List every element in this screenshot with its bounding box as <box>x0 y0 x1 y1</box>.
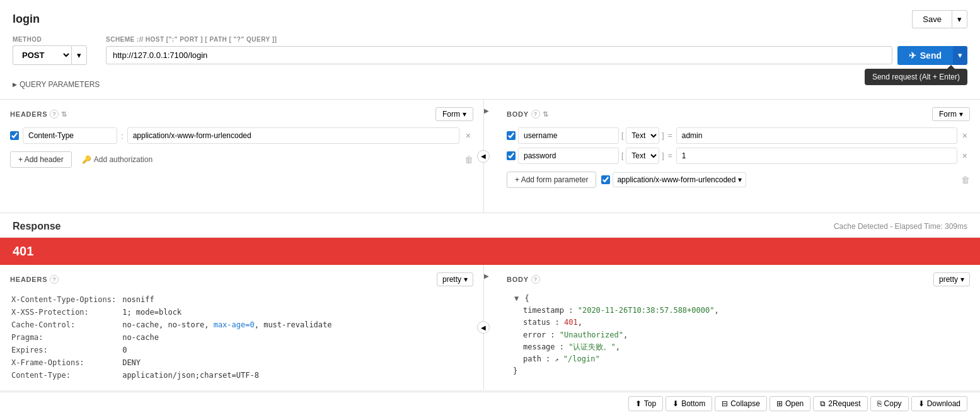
content-type-selector: application/x-www-form-urlencoded ▾ <box>601 172 746 187</box>
length-info: length: 27 byte(s) <box>13 70 967 78</box>
title-row: login Save ▾ <box>13 10 967 28</box>
response-header-row-1: X-XSS-Protection: 1; mode=block <box>11 307 337 318</box>
response-header-value-0: nosniff <box>122 294 337 305</box>
body-form-button[interactable]: Form ▾ <box>932 107 970 121</box>
response-expand-right-button[interactable]: ▶ <box>484 272 489 279</box>
save-group: Save ▾ <box>912 10 967 28</box>
response-header-name-3: Pragma: <box>11 332 121 343</box>
body-field-1-name[interactable] <box>518 148 619 164</box>
response-header-row-6: Content-Type: application/json;charset=U… <box>11 370 337 381</box>
url-labels-row: METHOD SCHEME :// HOST [":" PORT ] [ PAT… <box>13 36 967 44</box>
body-field-0-name[interactable] <box>518 127 619 144</box>
bracket-open-1: [ <box>621 151 623 160</box>
app-container: login Save ▾ METHOD SCHEME :// HOST [":"… <box>0 0 980 390</box>
body-field-0-value[interactable] <box>676 127 957 144</box>
response-body-content: ▼ { timestamp : "2020-11-26T10:38:57.588… <box>507 293 970 377</box>
content-type-checkbox[interactable] <box>601 175 610 184</box>
body-panel-header: BODY ? ⇅ Form ▾ <box>507 107 970 121</box>
response-headers-panel-header: HEADERS ? pretty ▾ <box>10 272 473 286</box>
panels-row: HEADERS ? ⇅ Form ▾ : × + Add header <box>0 100 980 213</box>
response-panel-divider: ◀ <box>483 265 484 390</box>
response-collapse-left-button[interactable]: ◀ <box>477 321 490 334</box>
header-close-button[interactable]: × <box>463 131 473 141</box>
body-bottom-actions: + Add form parameter application/x-www-f… <box>507 169 970 190</box>
method-select[interactable]: POST GET PUT DELETE <box>13 45 71 65</box>
add-form-param-button[interactable]: + Add form parameter <box>507 172 596 188</box>
response-header-row-0: X-Content-Type-Options: nosniff <box>11 294 337 305</box>
method-dropdown-button[interactable]: ▾ <box>71 45 87 65</box>
headers-title-text: HEADERS <box>10 110 47 118</box>
add-header-button[interactable]: + Add header <box>10 151 72 168</box>
response-header-value-5: DENY <box>122 357 337 368</box>
headers-sort-icon[interactable]: ⇅ <box>61 110 67 119</box>
query-params-toggle[interactable]: QUERY PARAMETERS <box>13 78 967 91</box>
url-input[interactable] <box>106 46 892 64</box>
body-trash-button[interactable]: 🗑 <box>961 175 970 185</box>
response-headers-table: X-Content-Type-Options: nosniff X-XSS-Pr… <box>10 293 338 382</box>
save-button[interactable]: Save <box>912 10 952 28</box>
response-headers-help-icon[interactable]: ? <box>50 275 59 284</box>
send-wrapper: ✈ Send ▾ Send request (Alt + Enter) <box>897 46 967 65</box>
status-bar: 401 <box>0 238 980 265</box>
header-checkbox[interactable] <box>10 131 19 140</box>
body-field-0-checkbox[interactable] <box>507 131 516 140</box>
body-title-text: BODY <box>507 110 529 118</box>
page-title: login <box>13 13 40 26</box>
headers-form-button[interactable]: Form ▾ <box>435 107 473 121</box>
send-icon: ✈ <box>909 50 916 61</box>
header-name-input[interactable] <box>23 127 117 144</box>
body-field-0-close[interactable]: × <box>960 131 970 141</box>
headers-panel-title: HEADERS ? ⇅ <box>10 110 67 119</box>
expand-body-button[interactable]: ▶ <box>484 107 489 114</box>
response-header-value-6: application/json;charset=UTF-8 <box>122 370 337 381</box>
tooltip-arrow <box>947 65 955 69</box>
body-field-row-0: [ Text File ] = × <box>507 127 970 144</box>
key-icon: 🔑 <box>82 155 91 164</box>
content-type-dropdown[interactable]: application/x-www-form-urlencoded ▾ <box>613 172 746 187</box>
response-title: Response <box>13 221 61 232</box>
send-dropdown-button[interactable]: ▾ <box>953 46 967 65</box>
collapse-headers-button[interactable]: ◀ <box>477 150 490 163</box>
response-body-panel: BODY ? pretty ▾ ▼ { timestamp : "2020-11… <box>497 265 980 390</box>
collapse-btn-response[interactable]: ▼ <box>513 294 520 303</box>
response-header-name-0: X-Content-Type-Options: <box>11 294 121 305</box>
body-help-icon[interactable]: ? <box>531 110 540 119</box>
response-body-panel-header: BODY ? pretty ▾ <box>507 272 970 286</box>
response-header-value-1: 1; mode=block <box>122 307 337 318</box>
response-header: Response Cache Detected - Elapsed Time: … <box>0 213 980 238</box>
response-headers-pretty-button[interactable]: pretty ▾ <box>437 272 473 286</box>
body-panel: BODY ? ⇅ Form ▾ [ Text File ] = <box>497 100 980 213</box>
response-header-name-6: Content-Type: <box>11 370 121 381</box>
method-label-container: METHOD <box>13 36 101 44</box>
body-field-1-close[interactable]: × <box>960 151 970 161</box>
response-panels: HEADERS ? pretty ▾ X-Content-Type-Option… <box>0 265 980 390</box>
body-field-0-type[interactable]: Text File <box>626 127 659 144</box>
body-field-1-value[interactable] <box>676 148 957 164</box>
send-group: ✈ Send ▾ <box>897 46 967 65</box>
headers-panel-header: HEADERS ? ⇅ Form ▾ <box>10 107 473 121</box>
response-body-pretty-button[interactable]: pretty ▾ <box>933 272 970 286</box>
response-header-value-2: no-cache, no-store, max-age=0, must-reva… <box>122 319 337 330</box>
panel-divider: ◀ <box>483 100 484 213</box>
response-body-help-icon[interactable]: ? <box>531 275 540 284</box>
url-row: POST GET PUT DELETE ▾ ✈ Send ▾ <box>13 45 967 65</box>
header-row: : × <box>10 127 473 144</box>
response-section: Response Cache Detected - Elapsed Time: … <box>0 213 980 390</box>
response-header-name-1: X-XSS-Protection: <box>11 307 121 318</box>
body-sort-icon[interactable]: ⇅ <box>543 110 549 119</box>
request-section: login Save ▾ METHOD SCHEME :// HOST [":"… <box>0 0 980 100</box>
equals-0: = <box>668 131 672 140</box>
headers-trash-button[interactable]: 🗑 <box>464 155 473 165</box>
send-button[interactable]: ✈ Send <box>897 46 953 65</box>
body-field-1-checkbox[interactable] <box>507 151 516 160</box>
status-code: 401 <box>13 244 33 258</box>
add-auth-button[interactable]: 🔑 Add authorization <box>77 152 158 167</box>
headers-bottom-actions: + Add header 🔑 Add authorization 🗑 <box>10 149 473 170</box>
elapsed-info: Cache Detected - Elapsed Time: 309ms <box>834 222 967 231</box>
response-header-value-4: 0 <box>122 344 337 356</box>
body-field-1-type[interactable]: Text File <box>626 148 659 164</box>
save-dropdown-button[interactable]: ▾ <box>952 10 967 28</box>
headers-help-icon[interactable]: ? <box>50 110 59 119</box>
max-age-link[interactable]: max-age=0 <box>214 320 255 329</box>
header-value-input[interactable] <box>127 127 459 144</box>
